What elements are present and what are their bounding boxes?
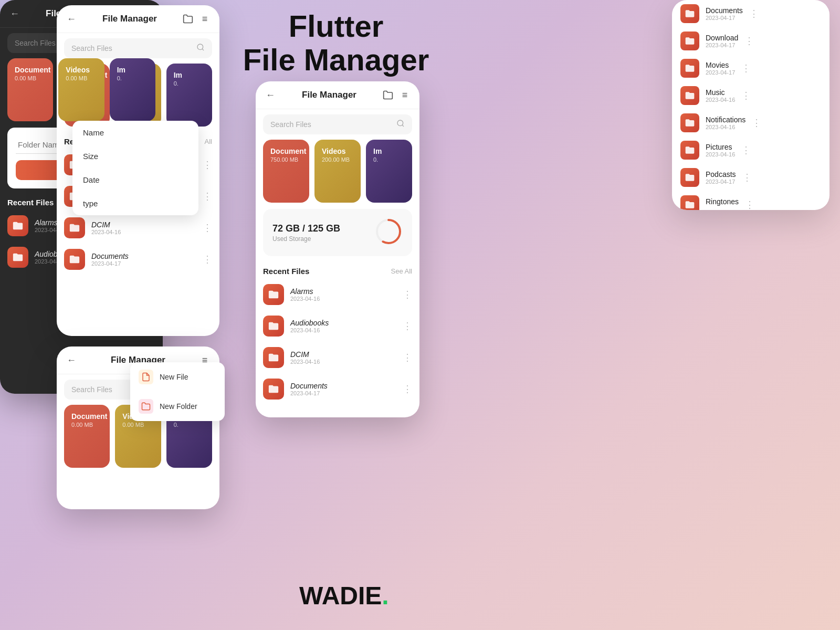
rp-more-movies[interactable]: ⋮ <box>741 62 751 74</box>
bl-cat-document[interactable]: Document 0.00 MB <box>64 405 110 468</box>
br-cat-img-size: 0. <box>117 75 148 81</box>
rp-ringtones[interactable]: Ringtones ... ⋮ <box>672 191 830 210</box>
tl-see-all[interactable]: All <box>205 138 212 145</box>
center-see-all[interactable]: See All <box>391 267 412 275</box>
rp-movies[interactable]: Movies 2023-04-17 ⋮ <box>672 55 830 82</box>
center-recent-header: Recent Files See All <box>256 262 419 279</box>
br-cat-vid-label: Videos <box>66 66 97 74</box>
new-file-label: New File <box>160 373 188 381</box>
svg-point-2 <box>397 120 403 126</box>
sort-dropdown[interactable]: Name Size Date type <box>72 121 198 215</box>
center-back-button[interactable]: ← <box>264 89 277 101</box>
rp-name-pictures: Pictures <box>706 143 735 151</box>
tl-file-more-audiobooks[interactable]: ⋮ <box>203 191 212 202</box>
new-folder-icon <box>139 399 153 414</box>
rp-more-ringtones[interactable]: ⋮ <box>745 199 754 210</box>
br-cat-vid-size: 0.00 MB <box>66 75 97 81</box>
rp-name-documents: Documents <box>706 6 743 15</box>
sort-type[interactable]: type <box>72 192 198 215</box>
br-category-row: Document 0.00 MB Videos 0.00 MB Im 0. <box>0 58 163 121</box>
rp-more-download[interactable]: ⋮ <box>744 35 754 47</box>
tl-file-documents[interactable]: Documents 2023-04-17 ⋮ <box>57 244 219 275</box>
center-new-folder-icon[interactable] <box>382 89 394 101</box>
bl-cat-doc-size: 0.00 MB <box>71 422 102 428</box>
tl-search-bar[interactable]: Search Files <box>64 38 212 58</box>
center-file-dcim[interactable]: DCIM 2023-04-16 ⋮ <box>256 342 419 373</box>
tl-file-more-documents[interactable]: ⋮ <box>203 254 212 265</box>
tl-cat-img-size: 0. <box>174 80 205 87</box>
br-recent-label: Recent Files <box>7 198 54 207</box>
br-cat-videos[interactable]: Videos 0.00 MB <box>58 58 104 121</box>
center-file-date-dcim: 2023-04-16 <box>290 359 396 365</box>
center-file-documents[interactable]: Documents 2023-04-17 ⋮ <box>256 373 419 405</box>
rp-name-podcasts: Podcasts <box>706 170 736 178</box>
tl-file-info-documents: Documents 2023-04-17 <box>91 252 196 267</box>
new-file-popup[interactable]: New File New Folder <box>130 362 225 421</box>
rp-more-documents[interactable]: ⋮ <box>749 8 759 19</box>
center-cat-vid-label: Videos <box>322 147 353 155</box>
new-folder-label: New Folder <box>160 402 197 411</box>
center-cat-document[interactable]: Document 750.00 MB <box>263 140 309 203</box>
br-cat-images[interactable]: Im 0. <box>110 58 155 121</box>
tl-file-info-dcim: DCIM 2023-04-16 <box>91 220 196 235</box>
rp-podcasts[interactable]: Podcasts 2023-04-17 ⋮ <box>672 164 830 191</box>
tl-cat-images[interactable]: Im 0. <box>166 64 212 127</box>
center-file-date-documents: 2023-04-17 <box>290 390 396 396</box>
bl-cat-vid-size: 0.00 MB <box>122 422 153 428</box>
rp-music[interactable]: Music 2023-04-16 ⋮ <box>672 82 830 109</box>
sort-size[interactable]: Size <box>72 144 198 168</box>
popup-new-file[interactable]: New File <box>130 362 225 392</box>
center-file-info-alarms: Alarms 2023-04-16 <box>290 287 396 302</box>
center-file-more-audiobooks[interactable]: ⋮ <box>403 320 412 332</box>
center-file-more-alarms[interactable]: ⋮ <box>403 289 412 300</box>
center-cat-doc-size: 750.00 MB <box>270 156 302 163</box>
center-cat-videos[interactable]: Videos 200.00 MB <box>314 140 361 203</box>
right-panel: Documents 2023-04-17 ⋮ Download 2023-04-… <box>672 0 830 210</box>
center-file-alarms[interactable]: Alarms 2023-04-16 ⋮ <box>256 279 419 310</box>
rp-more-podcasts[interactable]: ⋮ <box>742 172 752 183</box>
br-cat-document[interactable]: Document 0.00 MB <box>7 58 53 121</box>
tl-cat-img-label: Im <box>174 71 205 79</box>
tl-back-button[interactable]: ← <box>65 13 78 25</box>
tl-file-icon-documents <box>64 249 85 270</box>
rp-pictures[interactable]: Pictures 2023-04-16 ⋮ <box>672 136 830 164</box>
center-file-info-audiobooks: Audiobooks 2023-04-16 <box>290 319 396 333</box>
rp-icon-pictures <box>680 141 699 160</box>
center-sort-icon[interactable]: ≡ <box>398 89 411 101</box>
rp-info-download: Download 2023-04-17 <box>706 34 738 48</box>
popup-new-folder[interactable]: New Folder <box>130 392 225 421</box>
rp-more-music[interactable]: ⋮ <box>741 90 751 101</box>
rp-icon-documents <box>680 4 699 23</box>
rp-documents[interactable]: Documents 2023-04-17 ⋮ <box>672 0 830 27</box>
center-storage-label: Used Storage <box>272 235 340 243</box>
center-cat-images[interactable]: Im 0. <box>366 140 412 203</box>
tl-sort-icon[interactable]: ≡ <box>198 13 211 25</box>
rp-date-movies: 2023-04-17 <box>706 69 735 76</box>
rp-date-pictures: 2023-04-16 <box>706 151 735 158</box>
sort-date[interactable]: Date <box>72 168 198 192</box>
center-file-icon-alarms <box>263 284 284 305</box>
br-back-button[interactable]: ← <box>8 7 21 20</box>
new-file-icon <box>139 370 153 384</box>
tl-new-folder-icon[interactable] <box>182 13 194 25</box>
rp-icon-ringtones <box>680 195 699 210</box>
rp-download[interactable]: Download 2023-04-17 ⋮ <box>672 27 830 55</box>
tl-file-more-dcim[interactable]: ⋮ <box>203 222 212 234</box>
tl-file-more-alarms[interactable]: ⋮ <box>203 159 212 171</box>
center-file-info-documents: Documents 2023-04-17 <box>290 382 396 396</box>
center-file-date-audiobooks: 2023-04-16 <box>290 327 396 333</box>
bl-cat-doc-label: Document <box>71 412 102 421</box>
rp-more-notifications[interactable]: ⋮ <box>752 117 761 129</box>
center-search-bar[interactable]: Search Files <box>263 114 412 134</box>
br-cat-doc-label: Document <box>15 66 46 74</box>
rp-notifications[interactable]: Notifications 2023-04-16 ⋮ <box>672 109 830 136</box>
center-file-more-documents[interactable]: ⋮ <box>403 383 412 395</box>
center-file-more-dcim[interactable]: ⋮ <box>403 352 412 363</box>
tl-search-placeholder: Search Files <box>71 44 192 52</box>
center-file-icon-documents <box>263 379 284 400</box>
bl-back-button[interactable]: ← <box>65 354 78 366</box>
tl-file-dcim[interactable]: DCIM 2023-04-16 ⋮ <box>57 212 219 244</box>
center-file-audiobooks[interactable]: Audiobooks 2023-04-16 ⋮ <box>256 310 419 342</box>
sort-name[interactable]: Name <box>72 121 198 144</box>
rp-more-pictures[interactable]: ⋮ <box>741 144 751 156</box>
